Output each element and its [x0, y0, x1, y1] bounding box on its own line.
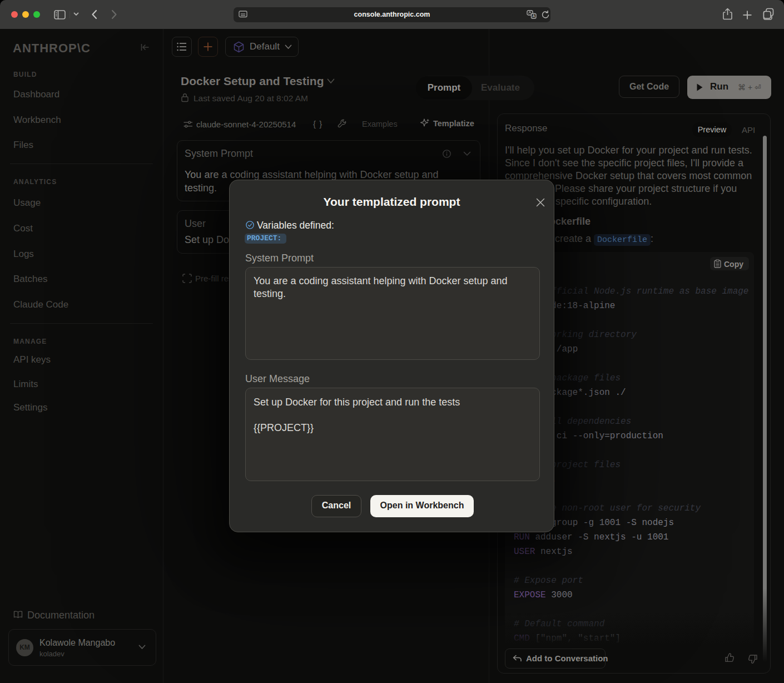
svg-text:A: A — [532, 14, 535, 18]
